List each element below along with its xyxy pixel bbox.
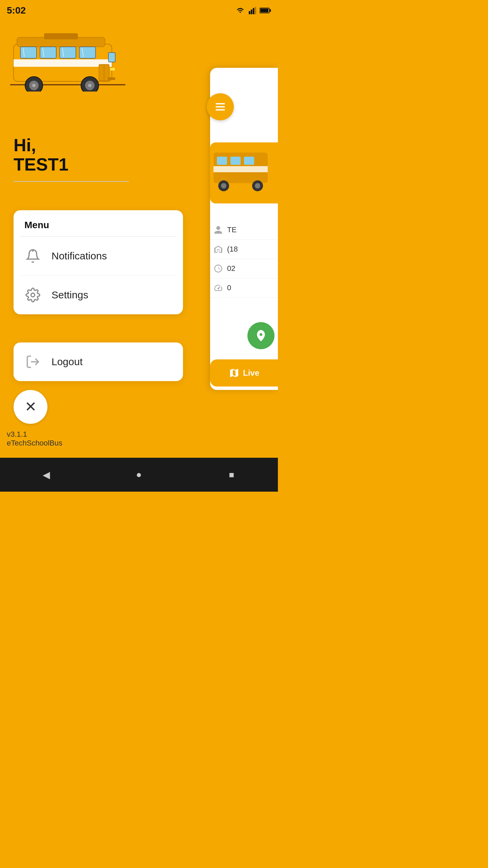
greeting-hi: Hi,	[14, 136, 129, 155]
timer-icon	[214, 264, 223, 273]
logout-item[interactable]: Logout	[14, 342, 183, 381]
greeting-divider	[14, 181, 129, 182]
svg-rect-38	[214, 166, 268, 172]
nav-home-button[interactable]: ●	[129, 465, 149, 485]
back-icon: ◀	[43, 469, 50, 480]
svg-rect-1	[251, 9, 252, 14]
greeting-section: Hi, TEST1	[14, 136, 129, 182]
status-time: 5:02	[7, 5, 26, 16]
menu-card: Menu Notifications Settings	[14, 210, 183, 314]
speed-icon	[214, 283, 223, 293]
right-person-value: TE	[227, 225, 237, 234]
notifications-label: Notifications	[52, 250, 107, 262]
right-info-row-speed: 0	[210, 278, 278, 298]
menu-item-notifications[interactable]: Notifications	[14, 237, 183, 275]
svg-rect-22	[108, 53, 115, 62]
svg-point-32	[31, 293, 35, 297]
svg-rect-11	[44, 33, 78, 39]
settings-label: Settings	[52, 289, 88, 301]
live-tracking-button[interactable]: Live	[210, 359, 278, 387]
right-speed-value: 0	[227, 283, 231, 292]
bell-icon	[24, 248, 41, 264]
building-icon	[214, 244, 223, 254]
svg-point-43	[221, 183, 226, 189]
right-building-value: (18	[227, 245, 238, 254]
right-timer-value: 02	[227, 264, 235, 273]
svg-rect-39	[217, 157, 227, 165]
svg-rect-6	[260, 9, 268, 13]
battery-icon	[260, 7, 271, 14]
menu-title: Menu	[14, 210, 183, 236]
right-info-row-timer: 02	[210, 259, 278, 278]
bus-illustration	[3, 20, 129, 92]
svg-rect-2	[253, 8, 255, 14]
gear-icon	[24, 287, 41, 303]
logout-icon	[24, 353, 41, 370]
svg-rect-29	[110, 68, 115, 71]
recent-icon: ■	[229, 470, 234, 480]
version-brand: eTechSchoolBus	[7, 439, 62, 448]
menu-item-settings[interactable]: Settings	[14, 276, 183, 314]
nav-recent-button[interactable]: ■	[221, 465, 242, 485]
right-bus-card	[210, 142, 278, 203]
close-button[interactable]: ✕	[14, 390, 47, 424]
svg-point-45	[255, 183, 260, 189]
wifi-icon	[235, 7, 245, 14]
bus-track-button[interactable]	[247, 322, 274, 349]
svg-rect-5	[270, 9, 271, 12]
svg-point-28	[88, 84, 92, 87]
version-number: v3.1.1	[7, 430, 62, 439]
status-icons	[235, 7, 271, 14]
map-icon	[229, 368, 240, 378]
close-icon: ✕	[25, 400, 37, 414]
hamburger-button[interactable]	[207, 93, 234, 120]
logout-card[interactable]: Logout	[14, 342, 183, 381]
bottom-nav: ◀ ● ■	[0, 458, 278, 492]
logout-label: Logout	[52, 356, 83, 368]
hamburger-icon	[214, 101, 226, 113]
bus-track-icon	[254, 329, 268, 342]
svg-rect-0	[249, 11, 250, 14]
svg-point-25	[32, 84, 36, 87]
right-info-row-person: TE	[210, 220, 278, 240]
version-info: v3.1.1 eTechSchoolBus	[7, 430, 62, 448]
svg-rect-3	[255, 7, 256, 14]
right-panel-info: TE (18 02 0	[210, 217, 278, 301]
right-info-row-building: (18	[210, 240, 278, 259]
nav-back-button[interactable]: ◀	[36, 465, 57, 485]
greeting-name: TEST1	[14, 155, 129, 174]
status-bar: 5:02	[0, 0, 278, 17]
signal-icon	[248, 7, 257, 14]
svg-rect-40	[230, 157, 241, 165]
svg-rect-30	[108, 77, 115, 80]
live-label: Live	[243, 368, 259, 378]
svg-rect-9	[14, 59, 112, 67]
home-icon: ●	[136, 469, 142, 480]
person-icon	[214, 225, 223, 235]
svg-rect-41	[244, 157, 254, 165]
